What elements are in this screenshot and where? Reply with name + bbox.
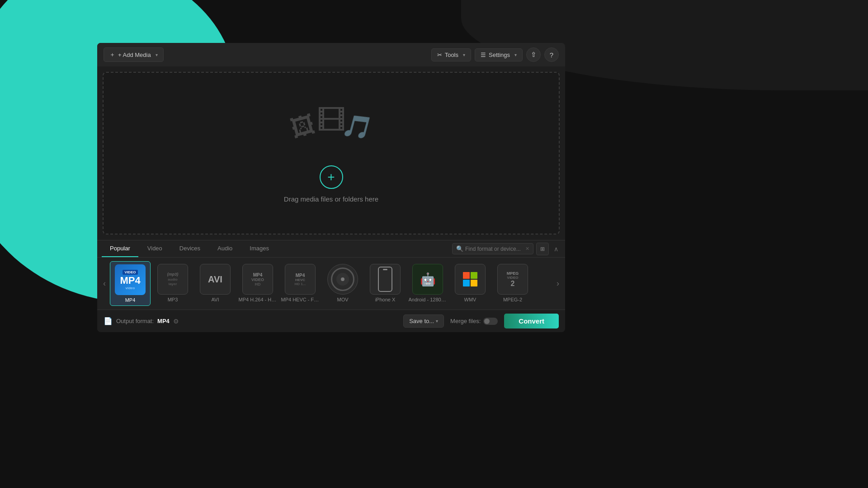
android-icon: 🤖 [412, 264, 443, 295]
search-input[interactable] [465, 246, 524, 252]
output-format-label: Output format: [116, 318, 154, 324]
status-bar: 📄 Output format: MP4 ⚙ Save to... ▾ Merg… [97, 310, 565, 332]
mpeg2-icon: MPEG VIDEO 2 [497, 264, 528, 295]
list-icon: ⊞ [540, 246, 545, 252]
app-window: ＋ + Add Media ▾ ✂ Tools ▾ ☰ Settings ▾ ⇧… [97, 43, 565, 332]
mp4hevc-label: MP4 HEVC - Full HD 1... [281, 297, 320, 302]
add-circle-button[interactable]: + [320, 165, 343, 189]
mp4hd-label: MP4 H.264 - HD 720p [239, 297, 277, 302]
drop-text: Drag media files or folders here [284, 195, 378, 203]
tab-audio[interactable]: Audio [209, 240, 241, 257]
format-item-mpeg2[interactable]: MPEG VIDEO 2 MPEG-2 [492, 261, 533, 306]
format-panel: Popular Video Devices Audio Images 🔍 ✕ [97, 240, 565, 310]
format-item-wmv[interactable]: WMV [450, 261, 491, 306]
convert-button[interactable]: Convert [504, 314, 559, 328]
wmv-label: WMV [464, 297, 476, 302]
format-search: 🔍 ✕ ⊞ ∧ [452, 243, 561, 255]
search-icon: 🔍 [456, 245, 463, 252]
output-format: 📄 Output format: MP4 ⚙ [104, 317, 179, 325]
settings-button[interactable]: ☰ Settings ▾ [475, 48, 523, 61]
format-tabs: Popular Video Devices Audio Images 🔍 ✕ [97, 240, 565, 258]
tab-popular[interactable]: Popular [102, 240, 138, 257]
add-media-chevron: ▾ [156, 52, 158, 57]
share-button[interactable]: ⇧ [526, 47, 541, 62]
output-settings-button[interactable]: ⚙ [173, 318, 179, 325]
status-right: Save to... ▾ Merge files: Convert [403, 314, 559, 328]
save-list-button[interactable]: ⊞ [536, 243, 549, 255]
collapse-icon: ∧ [554, 245, 558, 253]
tools-chevron: ▾ [463, 52, 465, 57]
save-to-button[interactable]: Save to... ▾ [403, 314, 444, 328]
output-format-value: MP4 [157, 318, 170, 324]
next-format-button[interactable]: › [552, 266, 563, 302]
output-format-icon: 📄 [104, 317, 113, 325]
search-box[interactable]: 🔍 ✕ [452, 243, 533, 254]
add-media-label: + Add Media [118, 52, 151, 58]
mp4-label: MP4 [125, 297, 136, 303]
photo-icon: 🖼 [288, 110, 317, 142]
iphone-icon [370, 264, 401, 295]
mpeg2-label: MPEG-2 [503, 297, 522, 302]
add-media-button[interactable]: ＋ + Add Media ▾ [104, 47, 164, 62]
format-items-wrapper: ‹ VIDEO MP4 video MP4 [97, 258, 565, 310]
format-item-mp4hevc[interactable]: MP4 HEVC HD 1... MP4 HEVC - Full HD 1... [280, 261, 321, 306]
avi-label: AVI [212, 297, 219, 302]
format-item-mp4hd[interactable]: MP4 VIDEO HD MP4 H.264 - HD 720p [237, 261, 278, 306]
mov-label: MOV [337, 297, 348, 302]
prev-arrow-icon: ‹ [103, 279, 106, 288]
add-icon: ＋ [109, 51, 115, 59]
settings-chevron: ▾ [514, 52, 517, 57]
mp3-label: MP3 [168, 297, 178, 302]
mp3-icon: (mp3) audiolayer [157, 264, 188, 295]
tab-images[interactable]: Images [241, 240, 277, 257]
merge-files: Merge files: [450, 318, 498, 325]
add-circle-icon: + [327, 170, 335, 184]
tools-button[interactable]: ✂ Tools ▾ [431, 48, 471, 61]
save-to-chevron: ▾ [436, 319, 438, 324]
format-item-mov[interactable]: MOV [322, 261, 363, 306]
prev-format-button[interactable]: ‹ [99, 266, 110, 302]
toolbar-left: ＋ + Add Media ▾ [104, 47, 164, 62]
next-arrow-icon: › [557, 279, 559, 288]
drop-area[interactable]: 🖼 🎞 🎵 + Drag media files or folders here [103, 72, 560, 235]
clear-search-icon[interactable]: ✕ [525, 246, 529, 252]
format-item-iphone[interactable]: iPhone X [365, 261, 406, 306]
android-label: Android - 1280x720 [409, 297, 447, 302]
convert-label: Convert [519, 317, 544, 325]
tools-icon: ✂ [437, 52, 442, 58]
format-item-avi[interactable]: AVI AVI [195, 261, 236, 306]
merge-files-label: Merge files: [450, 318, 481, 324]
collapse-button[interactable]: ∧ [552, 244, 561, 253]
merge-toggle[interactable] [483, 318, 498, 325]
settings-icon: ☰ [481, 52, 486, 58]
save-to-label: Save to... [409, 318, 434, 324]
tab-devices[interactable]: Devices [171, 240, 208, 257]
share-icon: ⇧ [531, 51, 537, 59]
wmv-icon [455, 264, 486, 295]
mov-icon [327, 264, 358, 295]
gear-icon: ⚙ [173, 318, 179, 325]
mp4hevc-icon: MP4 HEVC HD 1... [285, 264, 316, 295]
tab-video[interactable]: Video [139, 240, 170, 257]
toggle-dot [484, 319, 490, 324]
format-item-android[interactable]: 🤖 Android - 1280x720 [407, 261, 448, 306]
avi-icon: AVI [200, 264, 231, 295]
iphone-label: iPhone X [375, 297, 396, 302]
toolbar-right: ✂ Tools ▾ ☰ Settings ▾ ⇧ ? [431, 47, 559, 62]
format-item-mp3[interactable]: (mp3) audiolayer MP3 [152, 261, 193, 306]
tools-label: Tools [445, 52, 458, 58]
toolbar: ＋ + Add Media ▾ ✂ Tools ▾ ☰ Settings ▾ ⇧… [97, 43, 565, 66]
help-button[interactable]: ? [544, 47, 559, 62]
help-icon: ? [550, 51, 553, 59]
format-item-mp4[interactable]: VIDEO MP4 video MP4 [110, 261, 151, 306]
mp4hd-icon: MP4 VIDEO HD [242, 264, 273, 295]
format-items: VIDEO MP4 video MP4 (mp3) audiolayer [110, 261, 552, 306]
settings-label: Settings [489, 52, 510, 58]
mp4-icon: VIDEO MP4 video [115, 264, 146, 295]
drop-icons: 🖼 🎞 🎵 [291, 104, 372, 158]
